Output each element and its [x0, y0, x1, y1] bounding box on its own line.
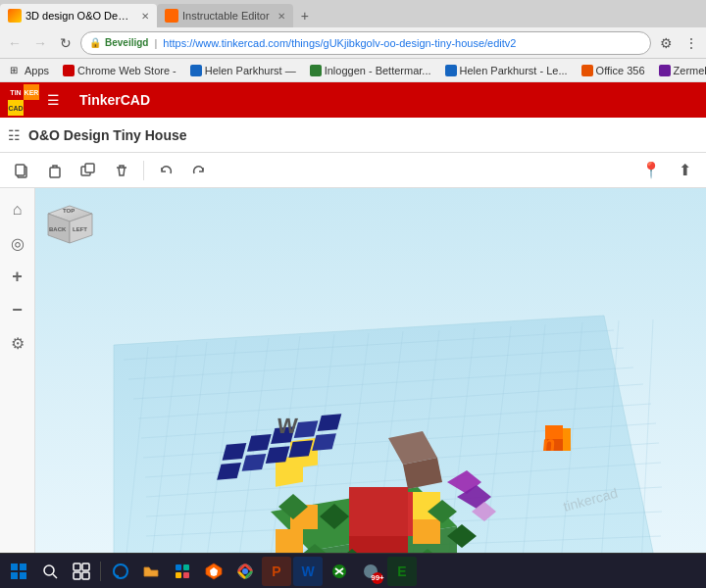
svg-rect-1 — [16, 165, 25, 175]
bookmark-apps[interactable]: ⊞ Apps — [4, 63, 55, 78]
extensions-button[interactable]: ⚙ — [655, 32, 677, 54]
refresh-button[interactable]: ↻ — [55, 32, 76, 54]
svg-rect-47 — [413, 519, 440, 544]
svg-rect-86 — [11, 572, 18, 579]
brave-button[interactable] — [199, 557, 228, 586]
secure-icon: 🔒 — [89, 37, 101, 48]
unknown-app-button[interactable]: 99+ — [356, 557, 385, 586]
bookmark-helen1[interactable]: Helen Parkhurst — — [184, 63, 302, 78]
sidebar-zoom-in-icon[interactable]: + — [4, 263, 31, 290]
svg-rect-87 — [20, 572, 26, 579]
design-title-bar: ☷ O&O Design Tiny House — [0, 118, 706, 153]
bookmark-inloggen-label: Inloggen - Bettermar... — [325, 65, 431, 76]
store-button[interactable] — [168, 557, 197, 586]
tab-tinkercad[interactable]: 3D design O&O Desi... ✕ — [0, 4, 157, 27]
bookmark-helen2[interactable]: Helen Parkhurst - Le... — [439, 63, 574, 78]
tab-tinkercad-title: 3D design O&O Desi... — [25, 10, 133, 22]
svg-point-88 — [44, 565, 54, 575]
sidebar-target-icon[interactable]: ◎ — [4, 229, 31, 257]
design-title: O&O Design Tiny House — [28, 127, 187, 143]
svg-rect-40 — [276, 529, 303, 553]
bookmark-apps-label: Apps — [25, 65, 49, 76]
folder-button[interactable] — [136, 557, 166, 586]
chrome-button[interactable] — [230, 557, 260, 586]
tab-instructable-title: Instructable Editor — [182, 10, 270, 22]
hamburger-icon[interactable]: ☰ — [47, 92, 60, 108]
redo-button[interactable] — [185, 157, 213, 184]
svg-rect-84 — [11, 564, 18, 570]
svg-text:n: n — [541, 431, 557, 456]
word-button[interactable]: W — [293, 557, 323, 586]
svg-rect-94 — [176, 564, 181, 570]
svg-rect-2 — [50, 168, 60, 177]
search-button[interactable] — [35, 557, 65, 586]
toolbar-divider-1 — [143, 161, 144, 180]
left-sidebar: ⌂ ◎ + − ⚙ — [0, 188, 35, 553]
bookmarks-bar: ⊞ Apps Chrome Web Store - Helen Parkhurs… — [0, 59, 706, 82]
view-cube[interactable]: TOP BACK LEFT — [43, 196, 92, 245]
zermelo-favicon — [659, 65, 671, 76]
apps-favicon: ⊞ — [10, 65, 22, 76]
secure-label: Beveiligd — [105, 37, 148, 48]
sidebar-home-icon[interactable]: ⌂ — [4, 196, 31, 223]
powerpoint-button[interactable]: P — [262, 557, 291, 586]
tab-instructable-close[interactable]: ✕ — [277, 11, 285, 22]
tinkercad-app-bar: TIN KER CAD ☰ TinkerCAD — [0, 82, 706, 118]
undo-button[interactable] — [152, 157, 179, 184]
tinkercad-app-title: TinkerCAD — [79, 92, 150, 108]
share-button[interactable]: ⬆ — [671, 157, 698, 184]
taskbar: P W 99+ E — [0, 553, 706, 588]
svg-rect-92 — [74, 572, 80, 579]
address-bar[interactable]: 🔒 Beveiligd | https://www.tinkercad.com/… — [80, 31, 651, 55]
svg-rect-97 — [183, 572, 189, 578]
svg-text:BACK: BACK — [49, 226, 67, 232]
helen1-favicon — [190, 65, 202, 76]
bookmark-chrome-web-store-label: Chrome Web Store - — [77, 65, 176, 76]
start-button[interactable] — [4, 557, 33, 586]
nav-bar: ← → ↻ 🔒 Beveiligd | https://www.tinkerca… — [0, 27, 706, 59]
logo-cell-br — [24, 100, 39, 116]
menu-button[interactable]: ⋮ — [681, 32, 702, 54]
sidebar-settings-icon[interactable]: ⚙ — [4, 329, 31, 357]
bookmark-office356[interactable]: Office 356 — [576, 63, 651, 78]
tab-bar: 3D design O&O Desi... ✕ Instructable Edi… — [0, 0, 706, 27]
grid-icon: ☷ — [8, 127, 21, 143]
forward-button[interactable]: → — [29, 32, 51, 54]
bookmark-zermelo[interactable]: Zermelo Portal — [653, 63, 706, 78]
svg-rect-73 — [563, 428, 571, 451]
task-view-button[interactable] — [67, 557, 96, 586]
back-button[interactable]: ← — [4, 32, 25, 54]
svg-rect-95 — [183, 564, 189, 570]
address-text: https://www.tinkercad.com/things/gUKjibk… — [163, 37, 516, 49]
viewport[interactable]: tinkercad — [35, 188, 706, 553]
bookmark-inloggen[interactable]: Inloggen - Bettermar... — [304, 63, 437, 78]
xbox-button[interactable] — [325, 557, 354, 586]
copy-button[interactable] — [8, 157, 35, 184]
new-tab-button[interactable]: + — [293, 4, 317, 27]
svg-rect-4 — [85, 164, 94, 172]
tinkercad-logo[interactable]: TIN KER CAD — [8, 84, 39, 116]
svg-text:LEFT: LEFT — [73, 226, 87, 232]
bookmark-chrome-web-store[interactable]: Chrome Web Store - — [57, 63, 182, 78]
svg-rect-85 — [20, 564, 26, 570]
paste-button[interactable] — [41, 157, 69, 184]
inloggen-favicon — [310, 65, 322, 76]
tab-instructable[interactable]: Instructable Editor ✕ — [157, 4, 293, 27]
duplicate-button[interactable] — [75, 157, 102, 184]
tab-tinkercad-close[interactable]: ✕ — [141, 11, 149, 22]
tinkercad-favicon — [8, 9, 22, 23]
viewport-canvas: tinkercad — [35, 188, 706, 553]
logo-cell-tr: KER — [24, 84, 39, 100]
toolbar: 📍 ⬆ — [0, 153, 706, 188]
location-button[interactable]: 📍 — [637, 157, 665, 184]
excel-button[interactable]: E — [387, 557, 417, 586]
instructable-favicon — [165, 9, 178, 23]
bookmark-zermelo-label: Zermelo Portal — [674, 65, 706, 76]
svg-point-101 — [242, 568, 248, 574]
svg-rect-90 — [74, 564, 80, 570]
sidebar-zoom-out-icon[interactable]: − — [4, 296, 31, 323]
main-area: ⌂ ◎ + − ⚙ — [0, 188, 706, 553]
svg-rect-43 — [349, 487, 408, 536]
delete-button[interactable] — [108, 157, 135, 184]
edge-button[interactable] — [105, 557, 134, 586]
